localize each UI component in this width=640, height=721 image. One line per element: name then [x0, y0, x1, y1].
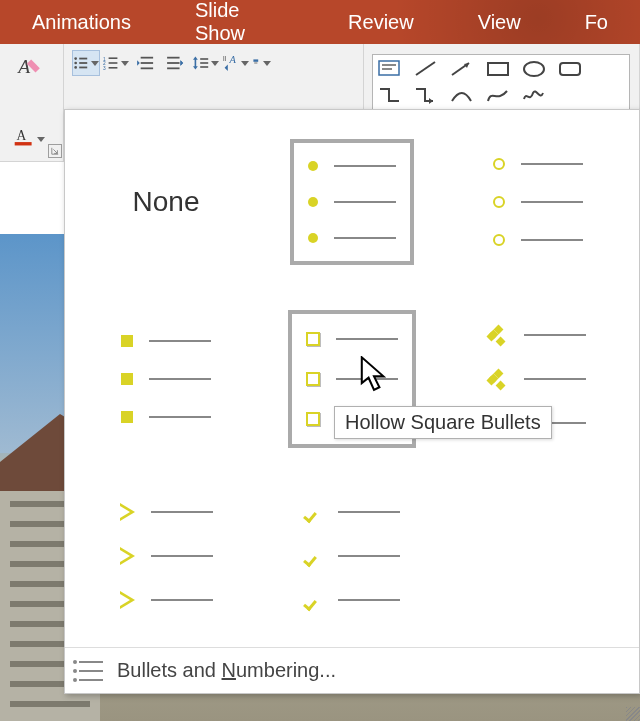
svg-rect-27 [253, 59, 258, 61]
svg-text:3: 3 [103, 66, 106, 71]
svg-rect-28 [254, 63, 257, 64]
svg-point-3 [74, 57, 77, 60]
tab-review[interactable]: Review [316, 0, 446, 44]
bullets-dropdown-panel: None [64, 109, 640, 694]
curve-connector-icon[interactable] [449, 85, 475, 105]
svg-rect-8 [79, 67, 87, 69]
svg-rect-20 [167, 67, 179, 69]
numbering-button[interactable]: 1 2 3 [102, 50, 130, 76]
clear-formatting-button[interactable]: A [12, 50, 46, 82]
tab-animations[interactable]: Animations [0, 0, 163, 44]
svg-rect-22 [200, 58, 208, 60]
bullet-option-empty [455, 472, 621, 639]
bullets-button[interactable] [72, 50, 100, 76]
svg-rect-16 [141, 62, 153, 64]
tab-view[interactable]: View [446, 0, 553, 44]
svg-rect-21 [195, 59, 197, 67]
bullet-option-none[interactable]: None [83, 118, 249, 285]
svg-rect-30 [382, 64, 396, 66]
increase-indent-button[interactable] [162, 50, 190, 76]
align-text-button[interactable] [252, 50, 272, 76]
hollow-square-icon [306, 332, 320, 346]
svg-point-5 [74, 62, 77, 65]
star-diamond-icon [490, 326, 508, 344]
arrow-line-shape-icon[interactable] [449, 59, 475, 79]
freeform-icon[interactable] [485, 85, 511, 105]
svg-rect-34 [488, 63, 508, 75]
ribbon-tabs: Animations Slide Show Review View Fo [0, 0, 640, 44]
tab-slide-show[interactable]: Slide Show [163, 0, 316, 44]
filled-square-icon [121, 335, 133, 347]
svg-rect-6 [79, 62, 87, 64]
tooltip: Hollow Square Bullets [334, 406, 552, 439]
arrow-bullet-icon [120, 503, 135, 521]
svg-rect-23 [200, 62, 208, 64]
bullet-option-hollow-round[interactable] [455, 118, 621, 285]
line-spacing-button[interactable] [192, 50, 220, 76]
svg-rect-10 [109, 57, 118, 59]
font-group-launcher[interactable] [48, 144, 62, 158]
svg-rect-24 [200, 66, 208, 68]
elbow-connector-icon[interactable] [377, 85, 403, 105]
svg-text:A: A [228, 54, 236, 65]
rectangle-shape-icon[interactable] [485, 59, 511, 79]
svg-rect-17 [141, 67, 153, 69]
bullets-and-numbering-label: Bullets and Numbering... [117, 659, 336, 682]
bulleted-list-icon [79, 661, 103, 681]
line-shape-icon[interactable] [413, 59, 439, 79]
svg-point-35 [524, 62, 544, 76]
text-direction-button[interactable]: ll A [222, 50, 250, 76]
svg-text:A: A [16, 56, 30, 77]
svg-rect-4 [79, 58, 87, 60]
svg-rect-18 [167, 57, 179, 59]
decrease-indent-button[interactable] [132, 50, 160, 76]
bullet-none-label: None [133, 186, 200, 218]
svg-rect-36 [560, 63, 580, 75]
svg-rect-31 [382, 68, 392, 70]
svg-rect-14 [109, 67, 118, 69]
chevron-down-icon [35, 128, 45, 146]
svg-rect-12 [109, 62, 118, 64]
filled-circle-icon [308, 161, 318, 171]
hollow-circle-icon [493, 158, 505, 170]
resize-grip-icon[interactable] [626, 707, 640, 721]
svg-rect-2 [15, 142, 32, 145]
svg-text:A: A [16, 128, 26, 143]
bullet-option-filled-round[interactable] [269, 118, 435, 285]
textbox-shape-icon[interactable] [377, 59, 403, 79]
svg-text:ll: ll [223, 54, 227, 63]
svg-rect-15 [141, 57, 153, 59]
rounded-rect-shape-icon[interactable] [557, 59, 583, 79]
bullet-option-filled-square[interactable] [83, 295, 249, 462]
bullet-option-arrow[interactable] [83, 472, 249, 639]
svg-point-7 [74, 66, 77, 69]
elbow-arrow-connector-icon[interactable] [413, 85, 439, 105]
svg-rect-19 [167, 62, 179, 64]
ellipse-shape-icon[interactable] [521, 59, 547, 79]
tab-format-partial[interactable]: Fo [553, 0, 640, 44]
scribble-icon[interactable] [521, 85, 547, 105]
bullets-grid: None [65, 110, 639, 647]
check-bullet-icon [304, 503, 322, 521]
svg-line-32 [416, 62, 435, 75]
bullet-option-checkmark[interactable] [269, 472, 435, 639]
bullets-and-numbering-menuitem[interactable]: Bullets and Numbering... [65, 647, 639, 693]
font-color-button[interactable]: A [12, 121, 46, 153]
